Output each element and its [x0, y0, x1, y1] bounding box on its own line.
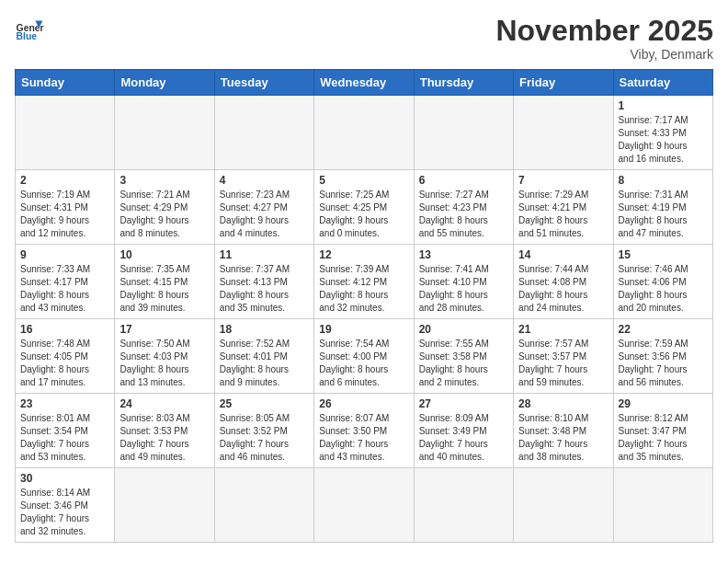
calendar-day-cell [214, 468, 313, 543]
logo-icon: General Blue [15, 15, 44, 44]
calendar-day-cell: 9Sunrise: 7:33 AM Sunset: 4:17 PM Daylig… [16, 245, 115, 319]
day-number: 3 [119, 174, 209, 187]
calendar-day-cell: 30Sunrise: 8:14 AM Sunset: 3:46 PM Dayli… [16, 468, 115, 543]
calendar-day-cell [16, 96, 115, 170]
calendar-day-cell [115, 468, 214, 543]
calendar-day-cell [414, 468, 513, 543]
day-number: 22 [619, 323, 708, 336]
calendar-day-cell: 13Sunrise: 7:41 AM Sunset: 4:10 PM Dayli… [414, 245, 513, 319]
day-number: 16 [20, 323, 109, 336]
calendar-table: SundayMondayTuesdayWednesdayThursdayFrid… [15, 69, 713, 543]
day-number: 6 [419, 174, 508, 187]
day-info: Sunrise: 7:29 AM Sunset: 4:21 PM Dayligh… [518, 189, 608, 240]
day-number: 18 [220, 323, 309, 336]
calendar-day-cell [214, 96, 313, 170]
day-info: Sunrise: 8:01 AM Sunset: 3:54 PM Dayligh… [20, 412, 109, 464]
day-info: Sunrise: 7:54 AM Sunset: 4:00 PM Dayligh… [319, 338, 408, 389]
day-info: Sunrise: 7:17 AM Sunset: 4:33 PM Dayligh… [619, 114, 708, 166]
day-info: Sunrise: 7:39 AM Sunset: 4:12 PM Dayligh… [319, 263, 408, 315]
weekday-header-monday: Monday [115, 70, 214, 96]
weekday-header-tuesday: Tuesday [214, 70, 313, 96]
day-info: Sunrise: 7:23 AM Sunset: 4:27 PM Dayligh… [220, 189, 309, 240]
day-number: 28 [518, 397, 608, 410]
day-number: 23 [20, 397, 109, 410]
day-info: Sunrise: 7:19 AM Sunset: 4:31 PM Dayligh… [20, 189, 109, 240]
day-number: 11 [220, 248, 309, 261]
calendar-week-row: 16Sunrise: 7:48 AM Sunset: 4:05 PM Dayli… [16, 319, 713, 394]
day-info: Sunrise: 8:12 AM Sunset: 3:47 PM Dayligh… [619, 412, 708, 464]
day-info: Sunrise: 8:10 AM Sunset: 3:48 PM Dayligh… [518, 412, 608, 464]
calendar-day-cell: 7Sunrise: 7:29 AM Sunset: 4:21 PM Daylig… [514, 170, 613, 245]
calendar-day-cell: 8Sunrise: 7:31 AM Sunset: 4:19 PM Daylig… [613, 170, 712, 245]
calendar-day-cell: 2Sunrise: 7:19 AM Sunset: 4:31 PM Daylig… [16, 170, 115, 245]
day-info: Sunrise: 7:31 AM Sunset: 4:19 PM Dayligh… [619, 189, 708, 240]
calendar-week-row: 23Sunrise: 8:01 AM Sunset: 3:54 PM Dayli… [16, 394, 713, 468]
calendar-day-cell: 5Sunrise: 7:25 AM Sunset: 4:25 PM Daylig… [314, 170, 414, 245]
weekday-header-row: SundayMondayTuesdayWednesdayThursdayFrid… [16, 70, 713, 96]
calendar-day-cell: 29Sunrise: 8:12 AM Sunset: 3:47 PM Dayli… [613, 394, 712, 468]
day-info: Sunrise: 8:14 AM Sunset: 3:46 PM Dayligh… [20, 487, 109, 538]
day-number: 10 [119, 248, 209, 261]
calendar-week-row: 9Sunrise: 7:33 AM Sunset: 4:17 PM Daylig… [16, 245, 713, 319]
calendar-day-cell: 11Sunrise: 7:37 AM Sunset: 4:13 PM Dayli… [214, 245, 313, 319]
location: Viby, Denmark [495, 47, 713, 62]
calendar-day-cell [613, 468, 712, 543]
day-number: 12 [319, 248, 408, 261]
calendar-day-cell: 20Sunrise: 7:55 AM Sunset: 3:58 PM Dayli… [414, 319, 513, 394]
calendar-day-cell: 6Sunrise: 7:27 AM Sunset: 4:23 PM Daylig… [414, 170, 513, 245]
day-number: 4 [220, 174, 309, 187]
calendar-day-cell: 17Sunrise: 7:50 AM Sunset: 4:03 PM Dayli… [115, 319, 214, 394]
day-info: Sunrise: 7:41 AM Sunset: 4:10 PM Dayligh… [419, 263, 508, 315]
calendar-day-cell [115, 96, 214, 170]
day-number: 9 [20, 248, 109, 261]
calendar-day-cell: 12Sunrise: 7:39 AM Sunset: 4:12 PM Dayli… [314, 245, 414, 319]
day-number: 25 [220, 397, 309, 410]
day-number: 21 [518, 323, 608, 336]
day-info: Sunrise: 7:27 AM Sunset: 4:23 PM Dayligh… [419, 189, 508, 240]
calendar-day-cell [414, 96, 513, 170]
day-info: Sunrise: 7:46 AM Sunset: 4:06 PM Dayligh… [619, 263, 708, 315]
day-info: Sunrise: 8:03 AM Sunset: 3:53 PM Dayligh… [119, 412, 209, 464]
day-number: 2 [20, 174, 109, 187]
calendar-day-cell: 15Sunrise: 7:46 AM Sunset: 4:06 PM Dayli… [613, 245, 712, 319]
calendar-day-cell: 19Sunrise: 7:54 AM Sunset: 4:00 PM Dayli… [314, 319, 414, 394]
calendar-week-row: 30Sunrise: 8:14 AM Sunset: 3:46 PM Dayli… [16, 468, 713, 543]
weekday-header-sunday: Sunday [16, 70, 115, 96]
calendar-week-row: 2Sunrise: 7:19 AM Sunset: 4:31 PM Daylig… [16, 170, 713, 245]
day-info: Sunrise: 7:50 AM Sunset: 4:03 PM Dayligh… [119, 338, 209, 389]
calendar-day-cell: 26Sunrise: 8:07 AM Sunset: 3:50 PM Dayli… [314, 394, 414, 468]
calendar-day-cell: 10Sunrise: 7:35 AM Sunset: 4:15 PM Dayli… [115, 245, 214, 319]
calendar-day-cell [514, 96, 613, 170]
day-number: 15 [619, 248, 708, 261]
calendar-day-cell: 21Sunrise: 7:57 AM Sunset: 3:57 PM Dayli… [514, 319, 613, 394]
calendar-day-cell: 27Sunrise: 8:09 AM Sunset: 3:49 PM Dayli… [414, 394, 513, 468]
day-number: 26 [319, 397, 408, 410]
day-number: 20 [419, 323, 508, 336]
day-info: Sunrise: 7:52 AM Sunset: 4:01 PM Dayligh… [220, 338, 309, 389]
calendar-day-cell: 3Sunrise: 7:21 AM Sunset: 4:29 PM Daylig… [115, 170, 214, 245]
day-number: 30 [20, 472, 109, 485]
day-info: Sunrise: 7:48 AM Sunset: 4:05 PM Dayligh… [20, 338, 109, 389]
day-info: Sunrise: 7:33 AM Sunset: 4:17 PM Dayligh… [20, 263, 109, 315]
weekday-header-thursday: Thursday [414, 70, 513, 96]
month-title: November 2025 [495, 15, 713, 47]
calendar-day-cell: 28Sunrise: 8:10 AM Sunset: 3:48 PM Dayli… [514, 394, 613, 468]
calendar-day-cell [514, 468, 613, 543]
page-header: General Blue November 2025 Viby, Denmark [15, 15, 713, 62]
calendar-day-cell: 18Sunrise: 7:52 AM Sunset: 4:01 PM Dayli… [214, 319, 313, 394]
title-block: November 2025 Viby, Denmark [495, 15, 713, 62]
day-number: 24 [119, 397, 209, 410]
day-info: Sunrise: 8:09 AM Sunset: 3:49 PM Dayligh… [419, 412, 508, 464]
weekday-header-wednesday: Wednesday [314, 70, 414, 96]
day-number: 17 [119, 323, 209, 336]
day-info: Sunrise: 7:25 AM Sunset: 4:25 PM Dayligh… [319, 189, 408, 240]
calendar-day-cell: 16Sunrise: 7:48 AM Sunset: 4:05 PM Dayli… [16, 319, 115, 394]
logo: General Blue [15, 15, 44, 44]
calendar-day-cell: 25Sunrise: 8:05 AM Sunset: 3:52 PM Dayli… [214, 394, 313, 468]
day-number: 1 [619, 99, 708, 112]
calendar-day-cell: 23Sunrise: 8:01 AM Sunset: 3:54 PM Dayli… [16, 394, 115, 468]
calendar-week-row: 1Sunrise: 7:17 AM Sunset: 4:33 PM Daylig… [16, 96, 713, 170]
day-number: 27 [419, 397, 508, 410]
day-number: 8 [619, 174, 708, 187]
day-info: Sunrise: 7:35 AM Sunset: 4:15 PM Dayligh… [119, 263, 209, 315]
